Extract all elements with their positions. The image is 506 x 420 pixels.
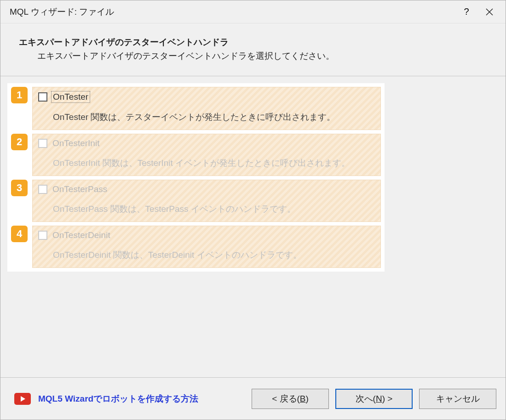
option-label: OnTester	[53, 92, 88, 102]
option-description: OnTesterDeinit 関数は、TesterDeinit イベントのハンド…	[53, 249, 375, 261]
cancel-button-label: キャンセル	[436, 393, 480, 405]
play-icon	[21, 396, 25, 402]
option-checkbox[interactable]	[38, 185, 47, 194]
option-description: OnTesterInit 関数は、TesterInit イベントが発生したときに…	[53, 157, 375, 169]
help-button[interactable]: ?	[455, 3, 478, 21]
window-title: MQL ウィザード: ファイル	[10, 6, 455, 18]
help-link[interactable]: MQL5 Wizardでロボットを作成する方法	[38, 393, 244, 405]
next-button-label: 次へ(N) >	[356, 393, 393, 405]
options-list: 1 OnTester OnTester 関数は、テスターイベントが発生したときに…	[7, 83, 385, 272]
option-item: 3 OnTesterPass OnTesterPass 関数は、TesterPa…	[11, 180, 381, 222]
option-label-wrap[interactable]: OnTesterInit	[51, 138, 101, 149]
option-body: OnTesterDeinit OnTesterDeinit 関数は、Tester…	[32, 226, 381, 268]
option-header: OnTesterDeinit	[38, 230, 375, 241]
option-header: OnTesterPass	[38, 184, 375, 195]
option-item: 4 OnTesterDeinit OnTesterDeinit 関数は、Test…	[11, 226, 381, 268]
option-header: OnTesterInit	[38, 138, 375, 149]
youtube-icon[interactable]	[14, 393, 31, 405]
option-body: OnTesterPass OnTesterPass 関数は、TesterPass…	[32, 180, 381, 222]
option-checkbox[interactable]	[38, 92, 47, 102]
option-checkbox[interactable]	[38, 139, 47, 148]
option-description: OnTesterPass 関数は、TesterPass イベントのハンドラです。	[53, 203, 375, 215]
wizard-window: MQL ウィザード: ファイル ? エキスパートアドバイザのテスターイベントハン…	[0, 0, 506, 420]
option-label-wrap[interactable]: OnTesterPass	[51, 184, 109, 195]
footer: MQL5 Wizardでロボットを作成する方法 < 戻る(B) 次へ(N) > …	[0, 377, 506, 420]
option-number-badge: 2	[11, 134, 28, 150]
titlebar: MQL ウィザード: ファイル ?	[0, 0, 506, 23]
help-icon: ?	[464, 6, 469, 17]
option-number-badge: 4	[11, 226, 28, 242]
footer-buttons: < 戻る(B) 次へ(N) > キャンセル	[252, 389, 496, 409]
back-button-label: < 戻る(B)	[272, 393, 309, 405]
option-body: OnTester OnTester 関数は、テスターイベントが発生したときに呼び…	[32, 87, 381, 130]
header-section: エキスパートアドバイザのテスターイベントハンドラ エキスパートアドバイザのテスタ…	[0, 23, 506, 76]
option-label-wrap[interactable]: OnTester	[51, 91, 90, 103]
option-number-badge: 1	[11, 87, 28, 103]
option-item: 1 OnTester OnTester 関数は、テスターイベントが発生したときに…	[11, 87, 381, 130]
content-area: 1 OnTester OnTester 関数は、テスターイベントが発生したときに…	[0, 76, 506, 377]
option-header: OnTester	[38, 91, 375, 103]
option-label: OnTesterPass	[52, 184, 107, 194]
page-title: エキスパートアドバイザのテスターイベントハンドラ	[19, 36, 496, 48]
option-checkbox[interactable]	[38, 231, 47, 240]
close-button[interactable]	[478, 3, 501, 21]
option-body: OnTesterInit OnTesterInit 関数は、TesterInit…	[32, 134, 381, 176]
option-label: OnTesterDeinit	[52, 230, 110, 240]
option-label-wrap[interactable]: OnTesterDeinit	[51, 230, 112, 241]
close-icon	[485, 8, 494, 16]
cancel-button[interactable]: キャンセル	[419, 389, 496, 409]
option-label: OnTesterInit	[52, 138, 99, 148]
next-button[interactable]: 次へ(N) >	[335, 389, 413, 409]
page-subtitle: エキスパートアドバイザのテスターイベントハンドラを選択してください。	[37, 50, 496, 62]
option-number-badge: 3	[11, 180, 28, 196]
option-description: OnTester 関数は、テスターイベントが発生したときに呼び出されます。	[53, 111, 375, 123]
option-item: 2 OnTesterInit OnTesterInit 関数は、TesterIn…	[11, 134, 381, 176]
back-button[interactable]: < 戻る(B)	[252, 389, 329, 409]
